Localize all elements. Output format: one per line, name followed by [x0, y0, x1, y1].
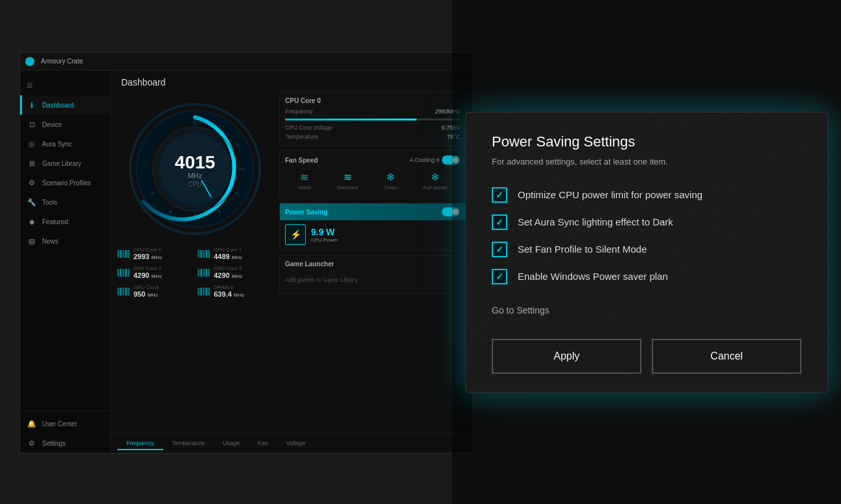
- cpu-panel: CPU Core 0 Frequency 2993MHz CPU Core Vo…: [279, 91, 466, 146]
- option-item-4: Enable Windows Power saver plan: [492, 269, 801, 284]
- tab-usage[interactable]: Usage: [214, 437, 249, 450]
- checkbox-opt3[interactable]: [492, 242, 507, 257]
- dialog-subtitle: For advanced settings, select at least o…: [492, 157, 801, 166]
- sidebar-label-aura-sync: Aura Sync: [42, 141, 72, 148]
- sidebar-item-dashboard[interactable]: ℹ Dashboard: [20, 95, 110, 115]
- apply-button[interactable]: Apply: [492, 339, 641, 374]
- option-list: Optimize CPU power limit for power savin…: [492, 187, 801, 284]
- game-launcher-title: Game Launcher: [285, 260, 334, 268]
- settings-icon: ⚙: [27, 438, 37, 448]
- sidebar-label-user-center: User Center: [42, 420, 77, 428]
- gauge-unit: MHz: [175, 172, 215, 179]
- tools-icon: 🔧: [27, 197, 37, 207]
- sidebar-label-device: Device: [42, 121, 62, 128]
- sidebar-label-game-library: Game Library: [42, 160, 82, 167]
- sidebar-label-featured: Featured: [42, 218, 68, 225]
- power-saving-panel: Power Saving ⚡ 9.9 W CPU Power: [279, 203, 466, 251]
- sidebar-label-dashboard: Dashboard: [42, 102, 74, 109]
- stats-grid: CPU Core 0 2993 MHz CPU Core 1 4: [117, 247, 273, 298]
- app-title: Armoury Crate: [41, 58, 83, 65]
- gauge-section: 4015 MHz CPU CPU: [117, 91, 273, 426]
- game-launcher-panel: Game Launcher Add games to Game Library: [279, 255, 466, 294]
- stat-cpu-core2: CPU Core 2 4290 MHz: [117, 266, 192, 279]
- power-panel-title: Power Saving: [285, 209, 328, 216]
- sidebar-label-tools: Tools: [42, 199, 57, 206]
- news-icon: ▤: [27, 236, 37, 246]
- tab-voltage[interactable]: Voltage: [277, 437, 315, 450]
- option-label-3: Set Fan Profile to Silent Mode: [518, 244, 647, 255]
- gauge-label: CPU: [175, 181, 215, 188]
- armoury-window: Armoury Crate ≡ ℹ Dashboard ⊡ Device ◎ A…: [19, 52, 473, 453]
- dialog-actions: Apply Cancel: [492, 339, 801, 374]
- stat-cpu-core3: CPU Core 3 4290 MHz: [198, 266, 273, 279]
- power-value: 9.9 W: [311, 227, 338, 237]
- device-icon: ⊡: [27, 119, 37, 130]
- page-title: Dashboard: [111, 71, 472, 91]
- dialog-title: Power Saving Settings: [492, 133, 801, 150]
- stat-cpu-core1: CPU Core 1 4489 MHz: [198, 247, 273, 260]
- stat-gpu-clock: GPU Clock 950 MHz: [117, 284, 192, 298]
- option-item-3: Set Fan Profile to Silent Mode: [492, 242, 801, 257]
- user-center-icon: 🔔: [27, 418, 37, 429]
- fan-mode-silent[interactable]: ≋ Silent: [298, 171, 311, 190]
- cpu-gauge: 4015 MHz CPU: [124, 98, 266, 240]
- app-icon: [25, 57, 34, 66]
- gauge-center: 4015 MHz CPU: [175, 154, 215, 188]
- sidebar-item-user-center[interactable]: 🔔 User Center: [20, 414, 110, 433]
- scenario-profiles-icon: ⚙: [27, 178, 37, 188]
- sidebar: ≡ ℹ Dashboard ⊡ Device ◎ Aura Sync ⊞ Gam…: [20, 71, 111, 453]
- option-label-1: Optimize CPU power limit for power savin…: [518, 189, 702, 200]
- fan-mode-icons: ≋ Silent ≋ Standard ❄ Turbo: [285, 168, 460, 193]
- game-library-icon: ⊞: [27, 158, 37, 168]
- fan-mode-standard[interactable]: ≋ Standard: [337, 171, 358, 190]
- fan-panel: Fan Speed A Cooling II ≋ Silent: [279, 150, 466, 199]
- option-label-4: Enable Windows Power saver plan: [518, 271, 668, 282]
- power-saving-dialog: Power Saving Settings For advanced setti…: [465, 112, 828, 393]
- tab-fan[interactable]: Fan: [249, 437, 277, 450]
- sidebar-item-game-library[interactable]: ⊞ Game Library: [20, 154, 110, 173]
- sidebar-item-news[interactable]: ▤ News: [20, 231, 110, 251]
- cpu-panel-title: CPU Core 0: [285, 97, 321, 104]
- sidebar-item-aura-sync[interactable]: ◎ Aura Sync: [20, 134, 110, 154]
- checkbox-opt2[interactable]: [492, 214, 507, 230]
- power-logo-icon: ⚡: [285, 224, 306, 245]
- sidebar-label-news: News: [42, 238, 58, 245]
- featured-icon: ◆: [27, 216, 37, 227]
- fan-mode-full-speed[interactable]: ❄ Full speed: [423, 171, 447, 190]
- stat-dram: DRAM 0 639.4 MHz: [198, 284, 273, 298]
- tab-temperature[interactable]: Temperature: [163, 437, 214, 450]
- sidebar-item-featured[interactable]: ◆ Featured: [20, 212, 110, 231]
- main-content: Dashboard: [111, 71, 472, 453]
- power-sublabel: CPU Power: [311, 237, 338, 243]
- sidebar-item-scenario-profiles[interactable]: ⚙ Scenario Profiles: [20, 173, 110, 192]
- option-label-2: Set Aura Sync lighting effect to Dark: [518, 216, 673, 227]
- right-panels: CPU Core 0 Frequency 2993MHz CPU Core Vo…: [279, 91, 466, 426]
- checkbox-opt1[interactable]: [492, 187, 507, 203]
- stat-cpu-core0: CPU Core 0 2993 MHz: [117, 247, 192, 260]
- option-item-2: Set Aura Sync lighting effect to Dark: [492, 214, 801, 230]
- sidebar-item-device[interactable]: ⊡ Device: [20, 115, 110, 134]
- fan-panel-title: Fan Speed: [285, 157, 318, 164]
- cancel-button[interactable]: Cancel: [652, 339, 801, 374]
- option-item-1: Optimize CPU power limit for power savin…: [492, 187, 801, 203]
- gauge-value: 4015: [175, 154, 215, 172]
- add-games-label: Add games to Game Library: [285, 271, 460, 288]
- sidebar-label-settings: Settings: [42, 440, 65, 447]
- sidebar-menu-icon[interactable]: ≡: [20, 76, 110, 95]
- checkbox-opt4[interactable]: [492, 269, 507, 284]
- go-to-settings-link[interactable]: Go to Settings: [492, 300, 801, 321]
- aura-sync-icon: ◎: [27, 139, 37, 149]
- tab-frequency[interactable]: Frequency: [117, 437, 163, 450]
- sidebar-item-tools[interactable]: 🔧 Tools: [20, 192, 110, 212]
- bottom-tabs: Frequency Temperature Usage Fan Voltage: [111, 433, 472, 453]
- sidebar-label-scenario-profiles: Scenario Profiles: [42, 179, 91, 187]
- dialog-overlay: Power Saving Settings For advanced setti…: [452, 0, 841, 504]
- fan-mode-turbo[interactable]: ❄ Turbo: [384, 171, 397, 190]
- sidebar-item-settings[interactable]: ⚙ Settings: [20, 433, 110, 453]
- title-bar: Armoury Crate: [20, 52, 472, 71]
- dashboard-icon: ℹ: [27, 100, 37, 110]
